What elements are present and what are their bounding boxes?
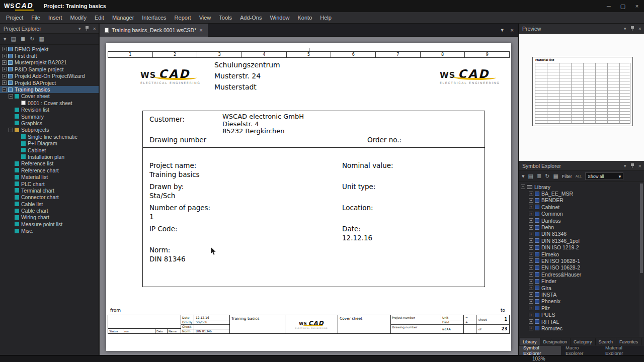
menu-item-interfaces[interactable]: Interfaces bbox=[138, 12, 170, 24]
tree-item-demo-projekt[interactable]: +DEMO Projekt bbox=[0, 46, 99, 52]
symbol-library-endress-hauser[interactable]: +Endress&Hauser bbox=[519, 271, 639, 278]
tree-item-misc[interactable]: Misc. bbox=[0, 228, 99, 234]
expander-icon[interactable]: + bbox=[529, 205, 533, 209]
expander-icon[interactable]: − bbox=[2, 87, 7, 92]
chevron-down-icon[interactable]: ▾ bbox=[624, 163, 626, 168]
tree-item-musterprojekt-ba2021[interactable]: +Musterprojekt BA2021 bbox=[0, 59, 99, 66]
symbol-library-gira[interactable]: +Gira bbox=[519, 285, 639, 291]
expander-icon[interactable]: + bbox=[529, 272, 533, 277]
preview-page-thumbnail[interactable]: Material list bbox=[532, 57, 633, 126]
tabstrip-close-icon[interactable]: × bbox=[511, 28, 514, 33]
symbol-library-en-iso-10628-1[interactable]: +EN ISO 10628-1 bbox=[519, 257, 639, 264]
expander-icon[interactable]: − bbox=[521, 185, 525, 189]
symbol-library-cabinet[interactable]: +Cabinet bbox=[519, 204, 639, 210]
symbol-library-din-iso-1219-2[interactable]: +DIN ISO 1219-2 bbox=[519, 244, 639, 251]
menu-item-window[interactable]: Window bbox=[266, 12, 293, 24]
menu-item-add-ons[interactable]: Add-Ons bbox=[236, 12, 266, 24]
tree-item-subprojects[interactable]: −Subprojects bbox=[0, 127, 99, 133]
tree-item-single-line-schematic[interactable]: Single line schematic bbox=[0, 133, 99, 140]
drawing-canvas[interactable]: 123456789 WS CAD ELECTRICAL ENGINEERING … bbox=[100, 37, 518, 355]
tree-item-projekt-baproject[interactable]: +Projekt BAProject bbox=[0, 79, 99, 86]
refresh-icon[interactable]: ↻ bbox=[30, 36, 34, 42]
expander-icon[interactable]: + bbox=[2, 67, 7, 71]
tree-item-training-basics[interactable]: −Training basics bbox=[0, 86, 99, 93]
tree-item-plc-chart[interactable]: PLC chart bbox=[0, 180, 99, 187]
tree-item-measure-point-list[interactable]: Measure point list bbox=[0, 221, 99, 227]
menu-item-modify[interactable]: Modify bbox=[66, 12, 91, 24]
expander-icon[interactable]: + bbox=[529, 306, 533, 310]
menu-item-tools[interactable]: Tools bbox=[215, 12, 236, 24]
scrollbar-track[interactable] bbox=[639, 183, 643, 337]
symbol-library-ba-ee-msr[interactable]: +BA_EE_MSR bbox=[519, 190, 639, 197]
menu-item-edit[interactable]: Edit bbox=[91, 12, 108, 24]
expander-icon[interactable]: + bbox=[2, 47, 7, 51]
expander-icon[interactable]: + bbox=[529, 232, 533, 236]
symbol-library-puls[interactable]: +PULS bbox=[519, 311, 639, 318]
dropdown-icon[interactable]: ▾ bbox=[522, 173, 525, 179]
symbol-library-phoenix[interactable]: +Phoenix bbox=[519, 298, 639, 305]
menu-item-manager[interactable]: Manager bbox=[108, 12, 138, 24]
mode-tab-designation[interactable]: Designation bbox=[540, 338, 571, 345]
symbol-library-pilz[interactable]: +Pilz bbox=[519, 305, 639, 311]
symbol-library-romutec[interactable]: +Romutec bbox=[519, 325, 639, 331]
tree-item-wiring-chart[interactable]: Wiring chart bbox=[0, 214, 99, 221]
tree-item-cable-list[interactable]: Cable list bbox=[0, 201, 99, 207]
expander-icon[interactable]: + bbox=[529, 319, 533, 324]
mode-tab-category[interactable]: Category bbox=[571, 338, 596, 345]
expander-icon[interactable]: + bbox=[529, 265, 533, 270]
expander-icon[interactable]: + bbox=[2, 74, 7, 78]
expander-icon[interactable]: + bbox=[529, 326, 533, 330]
tree-item-p-id-sample-project[interactable]: +P&ID Sample project bbox=[0, 66, 99, 72]
expander-icon[interactable]: + bbox=[529, 192, 533, 196]
expander-icon[interactable]: + bbox=[529, 212, 533, 216]
preview-content[interactable]: Material list bbox=[519, 34, 644, 161]
maximize-button[interactable]: ▢ bbox=[616, 0, 630, 12]
expander-icon[interactable]: + bbox=[529, 245, 533, 250]
expander-icon[interactable]: + bbox=[529, 299, 533, 304]
symbol-library-din-81346-1pol[interactable]: +DIN 81346_1pol bbox=[519, 237, 639, 244]
mode-tab-library[interactable]: Library bbox=[520, 338, 540, 345]
close-icon[interactable]: × bbox=[638, 163, 641, 168]
scrollbar-thumb[interactable] bbox=[640, 184, 643, 273]
symbol-library-rittal[interactable]: +RITTAL bbox=[519, 318, 639, 325]
expander-icon[interactable]: + bbox=[529, 292, 533, 297]
symbol-library-bender[interactable]: +BENDER bbox=[519, 197, 639, 204]
tree-item-reference-list[interactable]: Reference list bbox=[0, 160, 99, 167]
expander-icon[interactable]: + bbox=[529, 252, 533, 256]
symbol-library-danfoss[interactable]: +Danfoss bbox=[519, 217, 639, 224]
panel-tab-symbol-explorer[interactable]: Symbol Explorer bbox=[519, 346, 561, 355]
tree-view-icon[interactable]: ▤ bbox=[528, 173, 533, 179]
expander-icon[interactable]: + bbox=[529, 238, 533, 243]
expander-icon[interactable]: + bbox=[529, 218, 533, 223]
expander-icon[interactable]: + bbox=[529, 313, 533, 317]
expander-icon[interactable]: + bbox=[2, 80, 7, 85]
cover-sheet-page[interactable]: 123456789 WS CAD ELECTRICAL ENGINEERING … bbox=[106, 43, 511, 351]
page-icon[interactable]: ▦ bbox=[553, 173, 558, 179]
symbol-library-en-iso-10628-2[interactable]: +EN ISO 10628-2 bbox=[519, 264, 639, 271]
symbol-tree-root[interactable]: −Library bbox=[519, 184, 639, 190]
menu-item-project[interactable]: Project bbox=[2, 12, 27, 24]
filter-select[interactable]: Show all ▾ bbox=[585, 172, 623, 180]
tab-close-icon[interactable]: × bbox=[199, 27, 202, 33]
expander-icon[interactable]: + bbox=[529, 258, 533, 263]
mode-tab-search[interactable]: Search bbox=[596, 338, 617, 345]
tree-item-connector-chart[interactable]: Connector chart bbox=[0, 194, 99, 201]
symbol-library-finder[interactable]: +Finder bbox=[519, 278, 639, 284]
symbol-library-dehn[interactable]: +Dehn bbox=[519, 224, 639, 230]
close-button[interactable]: × bbox=[630, 0, 644, 12]
panel-tab-material-explorer[interactable]: Material Explorer bbox=[601, 346, 644, 355]
pin-icon[interactable] bbox=[630, 163, 634, 168]
tree-item-cover-sheet[interactable]: −Cover sheet bbox=[0, 93, 99, 100]
expander-icon[interactable]: + bbox=[529, 286, 533, 290]
symbol-library-elmeko[interactable]: +Elmeko bbox=[519, 251, 639, 257]
document-tab[interactable]: Training basics_Deck.0001.wsCSD* × bbox=[100, 24, 208, 37]
expander-icon[interactable]: + bbox=[529, 225, 533, 230]
mode-tab-favorites[interactable]: Favorites bbox=[616, 338, 641, 345]
symbol-library-din-81346[interactable]: +DIN 81346 bbox=[519, 231, 639, 237]
menu-item-view[interactable]: View bbox=[195, 12, 215, 24]
close-icon[interactable]: × bbox=[93, 26, 96, 31]
expander-icon[interactable]: − bbox=[9, 94, 13, 99]
symbol-library-insta[interactable]: +INSTA bbox=[519, 291, 639, 298]
pin-icon[interactable] bbox=[85, 26, 89, 31]
expander-icon[interactable]: + bbox=[2, 60, 7, 65]
